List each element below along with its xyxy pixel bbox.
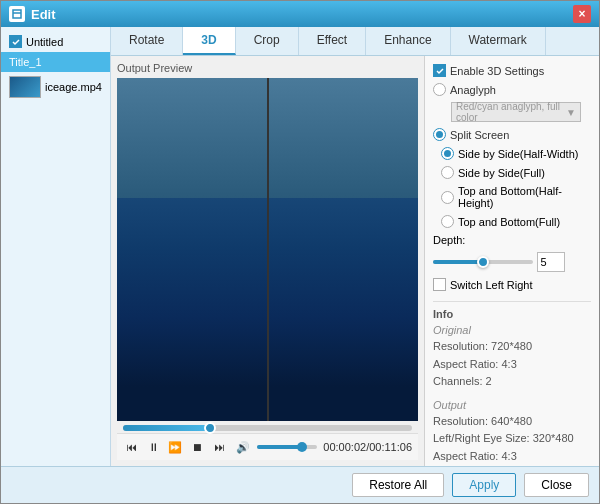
- window-icon: [9, 6, 25, 22]
- anaglyph-label: Anaglyph: [450, 84, 496, 96]
- svg-rect-0: [13, 10, 21, 18]
- anaglyph-dropdown[interactable]: Red/cyan anaglyph, full color ▼: [451, 102, 581, 122]
- dropdown-arrow-icon: ▼: [566, 107, 576, 118]
- sbs-full-label: Side by Side(Full): [458, 167, 545, 179]
- seekbar-thumb[interactable]: [204, 422, 216, 434]
- switch-lr-checkbox[interactable]: [433, 278, 446, 291]
- edit-window: Edit × Untitled Title_1 iceage.mp4: [0, 0, 600, 504]
- project-name: Untitled: [26, 36, 63, 48]
- volume-thumb[interactable]: [297, 442, 307, 452]
- depth-control-row: [433, 252, 591, 272]
- original-group-title: Original: [433, 324, 591, 336]
- depth-slider-fill: [433, 260, 483, 264]
- split-screen-label: Split Screen: [450, 129, 509, 141]
- volume-area: 🔊: [233, 437, 317, 457]
- fast-forward-button[interactable]: ⏩: [167, 437, 183, 457]
- controls-bar: ⏮ ⏸ ⏩ ⏹ ⏭ 🔊 00:00:02/00:11:06: [117, 433, 418, 460]
- switch-lr-label: Switch Left Right: [450, 279, 533, 291]
- original-info-group: Original Resolution: 720*480 Aspect Rati…: [433, 324, 591, 391]
- original-aspect-ratio: Aspect Ratio: 4:3: [433, 356, 591, 374]
- preview-section: Output Preview: [111, 56, 424, 466]
- video-left: [117, 78, 269, 421]
- window-title: Edit: [31, 7, 573, 22]
- enable-3d-label: Enable 3D Settings: [450, 65, 544, 77]
- close-window-button[interactable]: ×: [573, 5, 591, 23]
- output-resolution: Resolution: 640*480: [433, 413, 591, 431]
- tab-bar: Rotate 3D Crop Effect Enhance Watermark: [111, 27, 599, 56]
- close-button[interactable]: Close: [524, 473, 589, 497]
- tab-rotate[interactable]: Rotate: [111, 27, 183, 55]
- depth-slider[interactable]: [433, 260, 533, 264]
- anaglyph-radio[interactable]: [433, 83, 446, 96]
- switch-lr-row: Switch Left Right: [433, 278, 591, 291]
- original-channels: Channels: 2: [433, 373, 591, 391]
- anaglyph-option-text: Red/cyan anaglyph, full color: [456, 101, 566, 123]
- sidebar: Untitled Title_1 iceage.mp4: [1, 27, 111, 466]
- video-preview: [117, 78, 418, 421]
- seekbar[interactable]: [123, 425, 412, 431]
- output-lr-eye-size: Left/Right Eye Size: 320*480: [433, 430, 591, 448]
- radio-dot: [436, 131, 443, 138]
- sbs-half-row: Side by Side(Half-Width): [441, 147, 591, 160]
- volume-fill: [257, 445, 302, 449]
- tab-watermark[interactable]: Watermark: [451, 27, 546, 55]
- output-group-title: Output: [433, 399, 591, 411]
- tb-half-label: Top and Bottom(Half-Height): [458, 185, 591, 209]
- sbs-full-row: Side by Side(Full): [441, 166, 591, 179]
- tab-3d[interactable]: 3D: [183, 27, 235, 55]
- sky-layer: [117, 78, 267, 198]
- bottom-bar: Restore All Apply Close: [1, 466, 599, 503]
- seekbar-area: [117, 421, 418, 433]
- depth-row: Depth:: [433, 234, 591, 246]
- original-resolution: Resolution: 720*480: [433, 338, 591, 356]
- stop-button[interactable]: ⏹: [189, 437, 205, 457]
- volume-icon[interactable]: 🔊: [233, 437, 253, 457]
- sidebar-item-iceage[interactable]: iceage.mp4: [1, 72, 110, 102]
- depth-slider-thumb[interactable]: [477, 256, 489, 268]
- sidebar-item-label: iceage.mp4: [45, 81, 102, 93]
- pause-button[interactable]: ⏸: [145, 437, 161, 457]
- content-area: Untitled Title_1 iceage.mp4 Rotate 3D Cr…: [1, 27, 599, 466]
- tab-enhance[interactable]: Enhance: [366, 27, 450, 55]
- video-right: [269, 78, 419, 421]
- play-to-end-button[interactable]: ⏭: [211, 437, 227, 457]
- sbs-half-radio[interactable]: [441, 147, 454, 160]
- sidebar-item-label: Title_1: [9, 56, 42, 68]
- tb-full-label: Top and Bottom(Full): [458, 216, 560, 228]
- tb-full-row: Top and Bottom(Full): [441, 215, 591, 228]
- sidebar-item-title1[interactable]: Title_1: [1, 52, 110, 72]
- info-section-title: Info: [433, 308, 591, 320]
- output-aspect-ratio: Aspect Ratio: 4:3: [433, 448, 591, 466]
- apply-button[interactable]: Apply: [452, 473, 516, 497]
- radio-dot: [444, 150, 451, 157]
- volume-slider[interactable]: [257, 445, 317, 449]
- title-bar: Edit ×: [1, 1, 599, 27]
- tb-half-radio[interactable]: [441, 191, 454, 204]
- tab-effect[interactable]: Effect: [299, 27, 366, 55]
- tb-half-row: Top and Bottom(Half-Height): [441, 185, 591, 209]
- project-checkbox[interactable]: [9, 35, 22, 48]
- output-info-group: Output Resolution: 640*480 Left/Right Ey…: [433, 399, 591, 466]
- sbs-full-radio[interactable]: [441, 166, 454, 179]
- time-display: 00:00:02/00:11:06: [323, 441, 412, 453]
- enable-3d-row: Enable 3D Settings: [433, 64, 591, 77]
- sky-layer-right: [269, 78, 419, 198]
- main-area: Rotate 3D Crop Effect Enhance Watermark …: [111, 27, 599, 466]
- split-screen-radio[interactable]: [433, 128, 446, 141]
- depth-label: Depth:: [433, 234, 465, 246]
- anaglyph-row: Anaglyph: [433, 83, 591, 96]
- split-video: [117, 78, 418, 421]
- file-thumbnail: [9, 76, 41, 98]
- sidebar-project: Untitled: [1, 31, 110, 52]
- enable-3d-checkbox[interactable]: [433, 64, 446, 77]
- tb-full-radio[interactable]: [441, 215, 454, 228]
- preview-label: Output Preview: [117, 62, 418, 74]
- settings-panel: Enable 3D Settings Anaglyph Red/cyan ana…: [424, 56, 599, 466]
- sbs-half-label: Side by Side(Half-Width): [458, 148, 578, 160]
- depth-number-input[interactable]: [537, 252, 565, 272]
- restore-all-button[interactable]: Restore All: [352, 473, 444, 497]
- editor-area: Output Preview: [111, 56, 599, 466]
- tab-crop[interactable]: Crop: [236, 27, 299, 55]
- info-section: Info Original Resolution: 720*480 Aspect…: [433, 301, 591, 466]
- play-to-start-button[interactable]: ⏮: [123, 437, 139, 457]
